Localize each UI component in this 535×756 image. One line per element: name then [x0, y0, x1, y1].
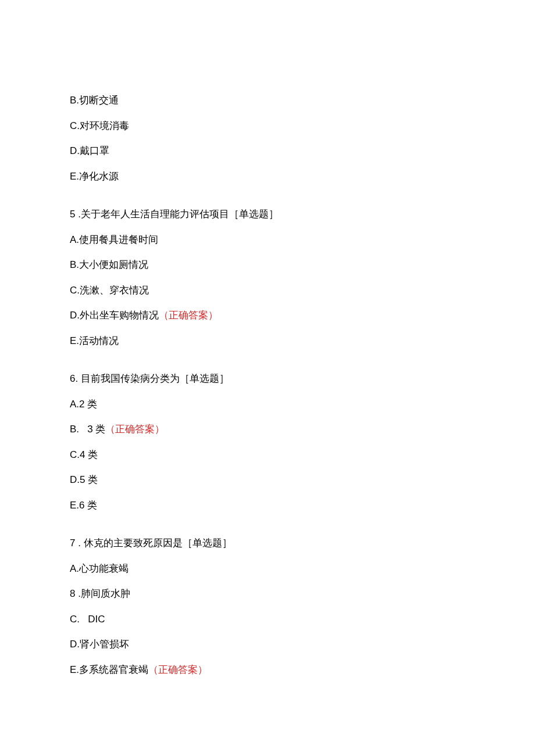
option-separator: .: [75, 588, 80, 599]
option-line: C.对环境消毒: [70, 119, 465, 134]
option-label: E.: [70, 171, 79, 182]
option-label: E.: [70, 335, 79, 346]
question-block: B.切断交通C.对环境消毒D.戴口罩E.净化水源: [70, 93, 465, 184]
question-text: 目前我国传染病分类为［单选题］: [81, 373, 229, 384]
option-text: 肺间质水肿: [81, 588, 130, 599]
option-text: DIC: [88, 614, 105, 625]
option-label: A.: [70, 563, 79, 574]
question-block: 5 .关于老年人生活自理能力评估项目［单选题］A.使用餐具进餐时间B.大小便如厕…: [70, 207, 465, 348]
option-line: D.肾小管损坏: [70, 637, 465, 652]
option-line: E.活动情况: [70, 334, 465, 349]
option-line: A.心功能衰竭: [70, 561, 465, 576]
option-spacing: [80, 614, 88, 625]
correct-answer-label: （正确答案）: [105, 424, 165, 435]
question-line: 5 .关于老年人生活自理能力评估项目［单选题］: [70, 207, 465, 222]
option-label: E.: [70, 500, 79, 511]
option-text: 6 类: [79, 500, 97, 511]
question-number: 6.: [70, 373, 78, 384]
question-line: 7 . 休克的主要致死原因是［单选题］: [70, 536, 465, 551]
option-text: 戴口罩: [80, 145, 109, 156]
option-text: 切断交通: [79, 95, 119, 106]
option-label: E.: [70, 664, 79, 675]
question-separator: .: [75, 538, 83, 549]
option-line: D.外出坐车购物情况（正确答案）: [70, 308, 465, 323]
option-text: 4 类: [80, 449, 98, 460]
option-label: C.: [70, 614, 80, 625]
document-content: B.切断交通C.对环境消毒D.戴口罩E.净化水源5 .关于老年人生活自理能力评估…: [70, 93, 465, 677]
option-text: 活动情况: [79, 335, 119, 346]
option-label: D.: [70, 639, 80, 650]
option-spacing: [79, 424, 87, 435]
option-text: 对环境消毒: [80, 120, 129, 131]
question-block: 7 . 休克的主要致死原因是［单选题］A.心功能衰竭8 .肺间质水肿C. DIC…: [70, 536, 465, 677]
option-label: C.: [70, 449, 80, 460]
option-line: C.洗漱、穿衣情况: [70, 283, 465, 298]
option-line: E.多系统器官衰竭（正确答案）: [70, 662, 465, 678]
option-text: 外出坐车购物情况: [80, 310, 159, 321]
option-text: 肾小管损坏: [80, 639, 129, 650]
correct-answer-label: （正确答案）: [159, 310, 218, 321]
option-line: C. DIC: [70, 612, 465, 627]
question-text: 休克的主要致死原因是［单选题］: [84, 538, 232, 549]
option-line: A.2 类: [70, 397, 465, 412]
option-label: A.: [70, 234, 79, 245]
option-line: E.净化水源: [70, 169, 465, 184]
option-text: 5 类: [80, 474, 98, 485]
option-line: 8 .肺间质水肿: [70, 586, 465, 601]
option-line: B. 3 类（正确答案）: [70, 422, 465, 437]
option-label: D.: [70, 145, 80, 156]
option-text: 心功能衰竭: [79, 563, 129, 574]
option-text: 大小便如厕情况: [79, 259, 148, 270]
option-text: 2 类: [79, 399, 97, 410]
option-line: A.使用餐具进餐时间: [70, 232, 465, 248]
option-line: C.4 类: [70, 447, 465, 463]
option-label: A.: [70, 399, 79, 410]
option-text: 使用餐具进餐时间: [79, 234, 158, 245]
option-label: C.: [70, 285, 80, 296]
question-block: 6. 目前我国传染病分类为［单选题］A.2 类B. 3 类（正确答案）C.4 类…: [70, 371, 465, 513]
option-label: B.: [70, 424, 79, 435]
option-line: E.6 类: [70, 498, 465, 513]
option-line: B.大小便如厕情况: [70, 257, 465, 273]
option-label: D.: [70, 474, 80, 485]
question-text: 关于老年人生活自理能力评估项目［单选题］: [81, 209, 279, 220]
option-text: 净化水源: [79, 171, 119, 182]
option-line: B.切断交通: [70, 93, 465, 108]
option-text: 洗漱、穿衣情况: [80, 285, 149, 296]
option-line: D.戴口罩: [70, 144, 465, 159]
option-label: B.: [70, 95, 79, 106]
option-text: 3 类: [87, 424, 105, 435]
option-line: D.5 类: [70, 472, 465, 488]
option-label: B.: [70, 259, 79, 270]
question-line: 6. 目前我国传染病分类为［单选题］: [70, 371, 465, 386]
option-text: 多系统器官衰竭: [79, 664, 148, 675]
question-separator: .: [75, 209, 80, 220]
option-label: D.: [70, 310, 80, 321]
correct-answer-label: （正确答案）: [148, 664, 208, 675]
option-label: C.: [70, 120, 80, 131]
